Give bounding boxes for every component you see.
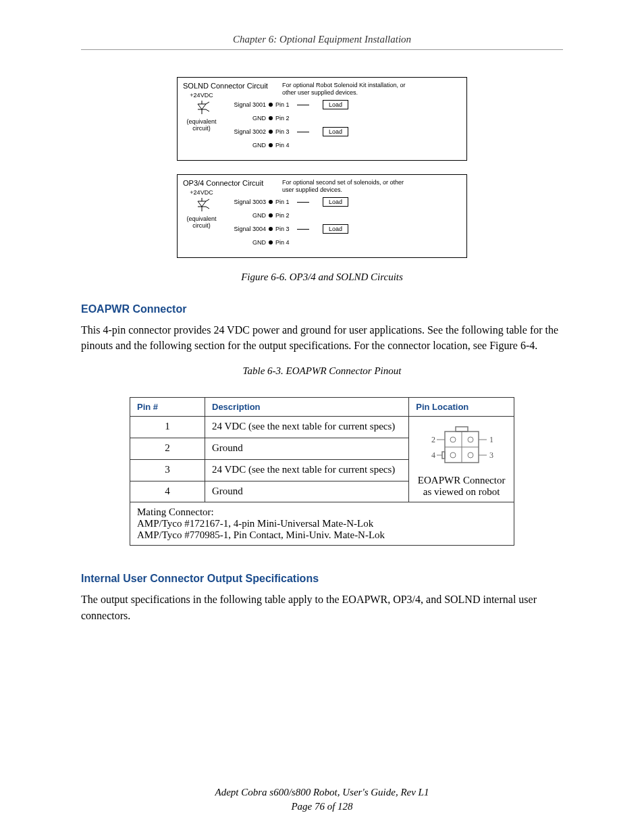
svg-point-18 [468, 437, 473, 442]
pin-label: Pin 1 [275, 199, 297, 205]
table-header-row: Pin # Description Pin Location [130, 398, 514, 417]
svg-line-4 [206, 102, 209, 104]
svg-line-5 [206, 109, 209, 111]
pin-label: Pin 3 [275, 128, 297, 135]
pin-row: Signal 3004 Pin 3 Load [225, 222, 461, 236]
connector-diagram-icon: 1 2 3 4 [425, 425, 499, 472]
section-heading-eoapwr: EOAPWR Connector [81, 303, 563, 315]
svg-point-19 [450, 452, 456, 458]
mating-line2: AMP/Tyco #172167-1, 4-pin Mini-Universal… [137, 518, 507, 529]
pin-row: GND Pin 4 [225, 138, 461, 152]
signal-label: GND [225, 115, 269, 122]
col-header-loc: Pin Location [409, 398, 514, 417]
pin-cell: 1 [130, 417, 205, 438]
figure-caption: Figure 6-6. OP3/4 and SOLND Circuits [81, 271, 563, 283]
pin-cell: 3 [130, 459, 205, 481]
svg-point-20 [468, 452, 473, 458]
page-footer: Adept Cobra s600/s800 Robot, User's Guid… [0, 785, 644, 814]
wire-line [297, 132, 309, 132]
wire-line [297, 105, 309, 105]
pin-cell: 4 [130, 481, 205, 502]
wire-line [297, 202, 309, 203]
pin-label: Pin 3 [275, 226, 297, 232]
footer-title: Adept Cobra s600/s800 Robot, User's Guid… [0, 785, 644, 800]
pin-location-cell: 1 2 3 4 EOAPWR Connector as viewed on ro… [409, 417, 514, 502]
svg-text:1: 1 [489, 435, 493, 444]
svg-rect-13 [456, 427, 468, 432]
desc-cell: 24 VDC (see the next table for current s… [205, 459, 409, 481]
equivalent-circuit-block: +24VDC (equivalent circuit) [183, 93, 220, 132]
diode-symbol-icon [192, 198, 212, 213]
pin-dot-icon [269, 213, 273, 217]
diode-symbol-icon [192, 101, 212, 115]
signal-label: GND [225, 212, 269, 219]
desc-cell: 24 VDC (see the next table for current s… [205, 417, 409, 438]
voltage-label: +24VDC [183, 190, 220, 197]
svg-text:4: 4 [431, 450, 435, 460]
pin-label: Pin 2 [275, 212, 297, 219]
svg-marker-7 [198, 201, 206, 207]
pin-dot-icon [269, 200, 273, 204]
connector-caption-1: EOAPWR Connector [416, 475, 507, 486]
desc-cell: Ground [205, 438, 409, 460]
section-heading-output-specs: Internal User Connector Output Specifica… [81, 573, 563, 585]
voltage-label: +24VDC [183, 93, 220, 99]
svg-text:3: 3 [489, 450, 493, 460]
signal-label: Signal 3003 [225, 199, 269, 205]
table-caption: Table 6-3. EOAPWR Connector Pinout [81, 365, 563, 377]
eq-circuit-label: (equivalent circuit) [183, 119, 220, 132]
solnd-circuit-box: SOLND Connector Circuit For optional Rob… [177, 77, 467, 161]
pinout-table: Pin # Description Pin Location 1 24 VDC … [130, 397, 514, 546]
circuit-note: For optional second set of solenoids, or… [282, 179, 417, 194]
circuit-note: For optional Robot Solenoid Kit installa… [282, 82, 417, 97]
pin-label: Pin 4 [275, 239, 297, 246]
load-box: Load [323, 224, 348, 234]
pin-row: GND Pin 2 [225, 111, 461, 125]
op34-circuit-box: OP3/4 Connector Circuit For optional sec… [177, 174, 467, 258]
section-paragraph: This 4-pin connector provides 24 VDC pow… [81, 322, 563, 353]
pin-row: Signal 3002 Pin 3 Load [225, 125, 461, 138]
connector-caption-2: as viewed on robot [416, 486, 507, 498]
wire-line [297, 229, 309, 230]
pin-row: GND Pin 4 [225, 236, 461, 249]
desc-cell: Ground [205, 481, 409, 502]
circuit-diagram-container: SOLND Connector Circuit For optional Rob… [177, 77, 467, 258]
pin-dot-icon [269, 116, 273, 120]
load-box: Load [323, 100, 348, 109]
svg-text:2: 2 [431, 435, 435, 444]
mating-line3: AMP/Tyco #770985-1, Pin Contact, Mini-Un… [137, 529, 507, 541]
svg-point-17 [450, 437, 456, 442]
signal-label: Signal 3004 [225, 226, 269, 232]
signal-label: Signal 3001 [225, 101, 269, 108]
section-paragraph: The output specifications in the followi… [81, 592, 563, 623]
svg-line-11 [206, 207, 209, 209]
pin-cell: 2 [130, 438, 205, 460]
col-header-desc: Description [205, 398, 409, 417]
svg-rect-14 [442, 452, 445, 459]
pin-dot-icon [269, 227, 273, 231]
pin-label: Pin 2 [275, 115, 297, 122]
svg-marker-1 [198, 104, 206, 109]
footer-page: Page 76 of 128 [0, 800, 644, 814]
equivalent-circuit-block: +24VDC (equivalent circuit) [183, 190, 220, 230]
signal-label: GND [225, 239, 269, 246]
pin-row: Signal 3003 Pin 1 Load [225, 195, 461, 209]
signal-label: GND [225, 142, 269, 149]
pin-row: GND Pin 2 [225, 209, 461, 222]
chapter-header: Chapter 6: Optional Equipment Installati… [81, 34, 563, 50]
pin-dot-icon [269, 130, 273, 134]
eq-circuit-label: (equivalent circuit) [183, 216, 220, 230]
pin-dot-icon [269, 143, 273, 147]
mating-line1: Mating Connector: [137, 506, 507, 518]
signal-label: Signal 3002 [225, 128, 269, 135]
pin-dot-icon [269, 240, 273, 244]
mating-connector-row: Mating Connector: AMP/Tyco #172167-1, 4-… [130, 502, 514, 546]
pin-label: Pin 1 [275, 101, 297, 108]
col-header-pin: Pin # [130, 398, 205, 417]
pin-row: Signal 3001 Pin 1 Load [225, 98, 461, 111]
pin-label: Pin 4 [275, 142, 297, 149]
load-box: Load [323, 127, 348, 136]
pin-dot-icon [269, 103, 273, 107]
table-row: 1 24 VDC (see the next table for current… [130, 417, 514, 438]
load-box: Load [323, 197, 348, 207]
